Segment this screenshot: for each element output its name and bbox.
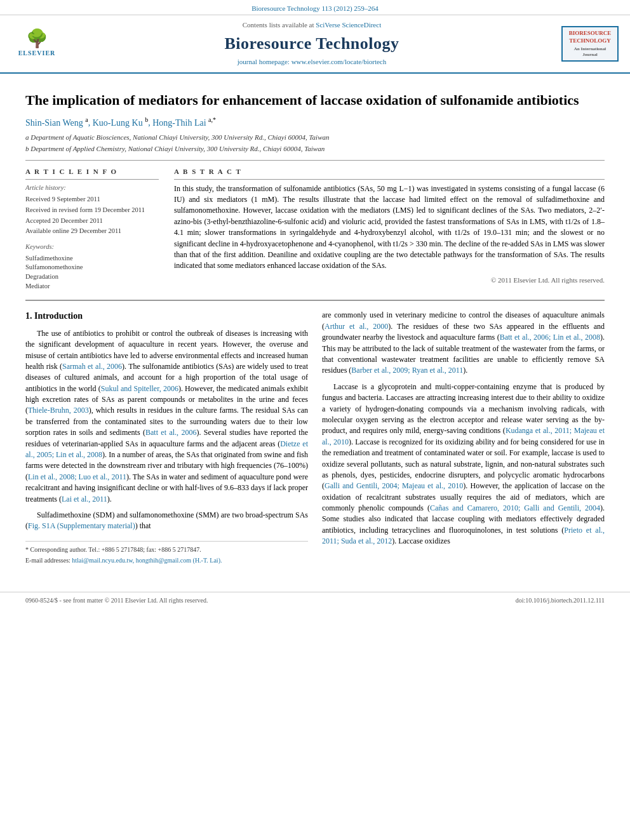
intro-para1: The use of antibiotics to prohibit or co… (25, 328, 308, 505)
abstract-col: A B S T R A C T In this study, the trans… (174, 167, 605, 291)
abstract-text: In this study, the transformation of sul… (174, 183, 605, 272)
right-para1: are commonly used in veterinary medicine… (322, 310, 605, 376)
abstract-heading: A B S T R A C T (174, 167, 605, 179)
authors-line: Shin-Sian Weng a, Kuo-Lung Ku b, Hong-Th… (25, 116, 605, 129)
ref-sukul[interactable]: Sukul and Spiteller, 2006 (101, 384, 178, 393)
right-para2: Laccase is a glycoprotein and multi-copp… (322, 382, 605, 547)
body-col-right: are commonly used in veterinary medicine… (322, 310, 605, 567)
ref-canas[interactable]: Cañas and Camarero, 2010; Galli and Gent… (430, 503, 600, 512)
bottom-bar: 0960-8524/$ - see front matter © 2011 El… (0, 592, 630, 609)
affiliation-b: b Department of Applied Chemistry, Natio… (25, 144, 605, 154)
ref-fig-s1a[interactable]: Fig. S1A (Supplementary material) (28, 521, 135, 530)
history-label: Article history: (25, 183, 159, 193)
keyword-1: Sulfadimethoxine (25, 254, 159, 263)
received-date: Received 9 September 2011 (25, 195, 159, 204)
ref-thiele[interactable]: Thiele-Bruhn, 2003 (28, 406, 89, 415)
journal-homepage: journal homepage: www.elsevier.com/locat… (62, 57, 561, 67)
email-label: E-mail addresses: (25, 557, 70, 564)
ref-sarmah[interactable]: Sarmah et al., 2006 (62, 362, 122, 371)
author-weng: Shin-Sian Weng (25, 118, 83, 128)
divider-top (25, 160, 605, 161)
article-reference-line: Bioresource Technology 113 (2012) 259–26… (0, 0, 630, 15)
copyright-line: © 2011 Elsevier Ltd. All rights reserved… (174, 276, 605, 285)
homepage-text: journal homepage: www.elsevier.com/locat… (238, 58, 386, 65)
journal-title: Bioresource Technology (62, 32, 561, 55)
corresponding-note: * Corresponding author. Tel.: +886 5 271… (25, 545, 308, 555)
bottom-doi: doi:10.1016/j.biortech.2011.12.111 (516, 596, 605, 605)
affil-a-star: a,* (208, 116, 216, 123)
keywords-label: Keywords: (25, 243, 159, 252)
available-date: Available online 29 December 2011 (25, 227, 159, 236)
main-content: The implication of mediators for enhance… (0, 74, 630, 580)
logo-line2: TECHNOLOGY (566, 37, 613, 45)
ref-batt2006[interactable]: Batt et al., 2006 (145, 428, 196, 437)
journal-header-bar: 🌳 ELSEVIER Contents lists available at S… (0, 15, 630, 73)
sciverse-text: Contents lists available at (243, 21, 314, 29)
sciverse-line: Contents lists available at SciVerse Sci… (62, 20, 561, 30)
affil-b: b (145, 116, 148, 123)
author-lai: Hong-Thih Lai (152, 118, 206, 128)
email-addresses[interactable]: htlai@mail.ncyu.edu.tw, hongthih@gmail.c… (72, 557, 222, 564)
ref-kudanga[interactable]: Kudanga et al., 2011; Majeau et al., 201… (322, 426, 605, 446)
info-abstract-cols: A R T I C L E I N F O Article history: R… (25, 167, 605, 291)
body-cols: 1. Introduction The use of antibiotics t… (25, 310, 605, 567)
keyword-2: Sulfamonomethoxine (25, 263, 159, 272)
body-col-left: 1. Introduction The use of antibiotics t… (25, 310, 308, 567)
footer-notes: * Corresponding author. Tel.: +886 5 271… (25, 541, 308, 566)
intro-para2: Sulfadimethoxine (SDM) and sulfamonometh… (25, 510, 308, 532)
sciverse-link[interactable]: SciVerse ScienceDirect (316, 21, 381, 29)
author-ku: Kuo-Lung Ku (93, 118, 143, 128)
elsevier-tree-icon: 🌳 (26, 30, 48, 48)
affiliation-a: a Department of Aquatic Biosciences, Nat… (25, 133, 605, 142)
revised-date: Received in revised form 19 December 201… (25, 206, 159, 215)
ref-galli[interactable]: Galli and Gentili, 2004; Majeau et al., … (325, 481, 463, 490)
affil-a: a (85, 116, 88, 123)
article-title: The implication of mediators for enhance… (25, 91, 605, 110)
elsevier-logo: 🌳 ELSEVIER (11, 30, 62, 58)
accepted-date: Accepted 20 December 2011 (25, 217, 159, 226)
body-divider (25, 300, 605, 301)
journal-title-block: Contents lists available at SciVerse Sci… (62, 20, 561, 67)
ref-prieto[interactable]: Prieto et al., 2011; Suda et al., 2012 (322, 526, 605, 545)
logo-line1: BIORESOURCE (566, 30, 613, 37)
ref-lai2011[interactable]: Lai et al., 2011 (62, 495, 107, 503)
affiliations: a Department of Aquatic Biosciences, Nat… (25, 133, 605, 154)
elsevier-label: ELSEVIER (18, 49, 56, 58)
ref-batt-lin[interactable]: Batt et al., 2006; Lin et al., 2008 (500, 333, 600, 342)
article-info-col: A R T I C L E I N F O Article history: R… (25, 167, 159, 291)
article-ref-text: Bioresource Technology 113 (2012) 259–26… (251, 4, 379, 12)
keyword-3: Degradation (25, 272, 159, 282)
keywords-section: Keywords: Sulfadimethoxine Sulfamonometh… (25, 243, 159, 291)
bioresource-logo: BIORESOURCE TECHNOLOGY An International … (561, 26, 619, 62)
keyword-4: Mediator (25, 282, 159, 291)
intro-heading: 1. Introduction (25, 310, 308, 323)
email-note: E-mail addresses: htlai@mail.ncyu.edu.tw… (25, 556, 308, 566)
ref-arthur[interactable]: Arthur et al., 2000 (325, 322, 388, 331)
ref-dietze[interactable]: Dietze et al., 2005; Lin et al., 2008 (25, 439, 308, 459)
ref-lin2008[interactable]: Lin et al., 2008; Luo et al., 2011 (28, 472, 126, 481)
ref-barber[interactable]: Barber et al., 2009; Ryan et al., 2011 (351, 366, 463, 375)
corresponding-text: * Corresponding author. Tel.: +886 5 271… (25, 546, 201, 553)
bottom-copyright: 0960-8524/$ - see front matter © 2011 El… (25, 596, 208, 605)
bioresource-logo-box: BIORESOURCE TECHNOLOGY An International … (561, 26, 619, 62)
logo-subtitle: An International Journal (566, 46, 613, 58)
article-info-heading: A R T I C L E I N F O (25, 167, 159, 179)
